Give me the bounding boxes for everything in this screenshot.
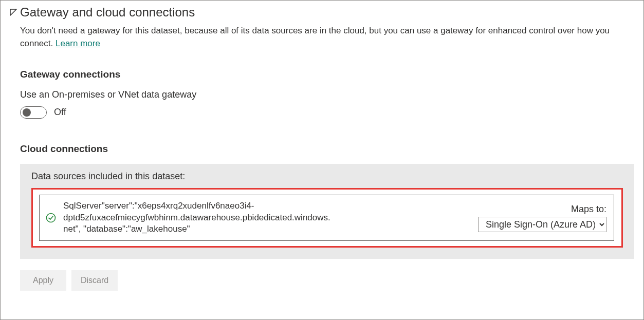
datasource-row: SqlServer"server":"x6eps4xrq2xudenlfv6na… <box>39 195 614 241</box>
section-header[interactable]: Gateway and cloud connections <box>10 4 634 21</box>
maps-to-group: Maps to: Single Sign-On (Azure AD) <box>478 204 606 232</box>
discard-button[interactable]: Discard <box>71 270 118 291</box>
section-title: Gateway and cloud connections <box>20 4 195 21</box>
gateway-cloud-connections-panel: Gateway and cloud connections You don't … <box>0 0 644 320</box>
maps-to-label: Maps to: <box>571 204 606 215</box>
learn-more-link[interactable]: Learn more <box>56 39 100 48</box>
action-buttons-row: Apply Discard <box>20 270 634 291</box>
cloud-connections-heading: Cloud connections <box>20 143 634 155</box>
gateway-connections-heading: Gateway connections <box>20 69 634 80</box>
apply-button[interactable]: Apply <box>20 270 66 291</box>
gateway-toggle-state: Off <box>54 107 66 118</box>
gateway-toggle-row: Off <box>20 106 634 119</box>
toggle-knob-icon <box>23 108 31 117</box>
datasource-text: SqlServer"server":"x6eps4xrq2xudenlfv6na… <box>63 200 330 236</box>
svg-point-0 <box>47 214 56 222</box>
collapse-triangle-icon <box>10 9 17 16</box>
datasources-box: Data sources included in this dataset: S… <box>20 164 634 259</box>
status-ok-icon <box>46 213 56 223</box>
section-description: You don't need a gateway for this datase… <box>20 24 627 50</box>
gateway-connections-block: Gateway connections Use an On-premises o… <box>20 69 634 119</box>
datasources-caption: Data sources included in this dataset: <box>31 171 623 182</box>
cloud-connections-block: Cloud connections Data sources included … <box>20 143 634 291</box>
maps-to-select[interactable]: Single Sign-On (Azure AD) <box>478 217 606 232</box>
section-description-text: You don't need a gateway for this datase… <box>20 26 610 49</box>
gateway-toggle[interactable] <box>20 106 47 119</box>
datasource-highlight-frame: SqlServer"server":"x6eps4xrq2xudenlfv6na… <box>31 188 623 248</box>
gateway-use-label: Use an On-premises or VNet data gateway <box>20 89 634 100</box>
